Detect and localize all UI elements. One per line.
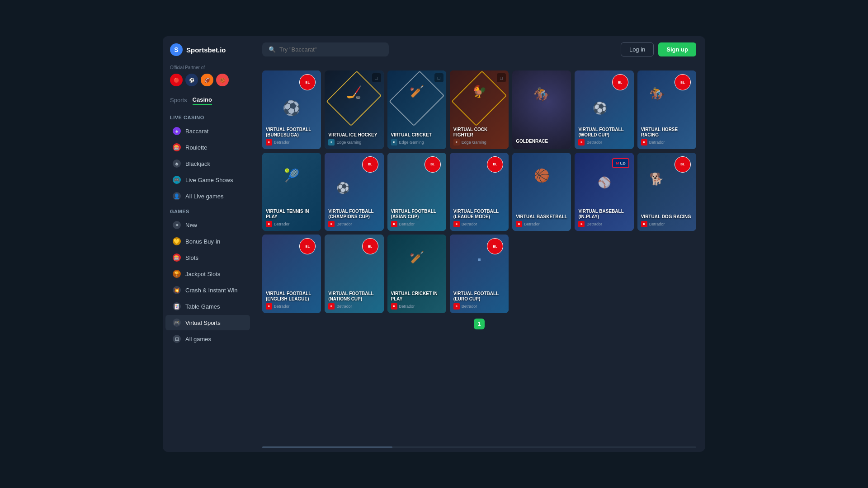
card-title: VIRTUAL FOOTBALL (WORLD CUP) <box>578 127 630 138</box>
game-card-virtual-tennis[interactable]: 🎾 VIRTUAL TENNIS IN PLAY B Betrador <box>262 153 321 231</box>
card-info: VIRTUAL CRICKET E Edge Gaming <box>391 132 443 145</box>
game-card-virtual-football-worldcup[interactable]: BL ⚽ VIRTUAL FOOTBALL (WORLD CUP) B Betr… <box>575 70 633 149</box>
game-card-virtual-horse-racing[interactable]: BL 🏇 VIRTUAL HORSE RACING B Betrador <box>637 70 696 149</box>
card-provider: B Betrador <box>328 303 380 310</box>
card-title: VIRTUAL DOG RACING <box>641 214 693 220</box>
signup-button[interactable]: Sign up <box>658 42 696 56</box>
provider-name: Betrador <box>336 304 352 309</box>
sidebar-item-roulette[interactable]: 🎰 Roulette <box>165 140 250 155</box>
card-info: VIRTUAL FOOTBALL (BUNDESLIGA) B Betrador <box>266 127 317 145</box>
card-provider: E Edge Gaming <box>391 139 443 145</box>
roulette-label: Roulette <box>185 144 207 151</box>
game-card-virtual-football-asian[interactable]: BL VIRTUAL FOOTBALL (ASIAN CUP) B Betrad… <box>387 153 446 231</box>
provider-name: Betrador <box>274 304 290 309</box>
card-provider: B Betrador <box>453 221 505 227</box>
provider-name: Betrador <box>649 222 665 226</box>
slots-label: Slots <box>185 254 198 261</box>
card-title: VIRTUAL HORSE RACING <box>641 127 693 138</box>
bonus-buy-label: Bonus Buy-in <box>185 238 220 245</box>
card-title: VIRTUAL FOOTBALL (ASIAN CUP) <box>391 209 443 220</box>
provider-logo: B <box>328 221 335 227</box>
provider-logo: B <box>578 221 585 227</box>
slots-icon: 🎰 <box>173 253 181 262</box>
card-info: VIRTUAL FOOTBALL (LEAGUE MODE) B Betrado… <box>453 209 505 227</box>
sidebar-item-blackjack[interactable]: ♣ Blackjack <box>165 156 250 171</box>
provider-logo: B <box>266 139 272 145</box>
card-provider: B Betrador <box>266 139 317 145</box>
card-provider: B Betrador <box>641 221 693 227</box>
card-info-area: VIRTUAL FOOTBALL (EURO CUP) B Betrador <box>450 235 509 313</box>
game-card-virtual-basketball[interactable]: 🏀 VIRTUAL BASKETBALL B Betrador <box>512 153 571 231</box>
page-dot-1[interactable]: 1 <box>474 319 485 329</box>
provider-logo: E <box>328 139 335 145</box>
provider-logo: B <box>578 139 585 145</box>
card-info-area: VIRTUAL FOOTBALL (LEAGUE MODE) B Betrado… <box>450 153 509 231</box>
game-card-virtual-football-euro[interactable]: BL VIRTUAL FOOTBALL (EURO CUP) B Betrado… <box>450 235 509 313</box>
provider-name: Betrador <box>462 304 477 309</box>
sidebar-item-live-game-shows[interactable]: 🎮 Live Game Shows <box>165 172 250 188</box>
card-info-area: GOLDENRACE <box>512 70 571 149</box>
crash-instant-label: Crash & Instant Win <box>185 287 238 294</box>
scrollbar-hint <box>262 446 696 448</box>
search-box[interactable]: 🔍 <box>262 42 389 56</box>
search-input[interactable] <box>279 46 382 53</box>
card-info-area: VIRTUAL COCK FIGHTER E Edge Gaming <box>450 70 509 149</box>
card-provider: B Betrador <box>391 221 443 227</box>
virtual-sports-label: Virtual Sports <box>185 319 221 326</box>
new-icon: ✦ <box>173 221 181 229</box>
blackjack-icon: ♣ <box>173 160 181 168</box>
sidebar-item-slots[interactable]: 🎰 Slots <box>165 250 250 265</box>
game-card-virtual-football-champions[interactable]: BL ⚽ VIRTUAL FOOTBALL (CHAMPIONS CUP) B … <box>325 153 383 231</box>
partner-label: Official Partner of <box>170 65 245 70</box>
card-provider: B Betrador <box>516 221 567 227</box>
card-title: VIRTUAL FOOTBALL (EURO CUP) <box>453 291 505 302</box>
sidebar-item-all-live-games[interactable]: 👤 All Live games <box>165 188 250 204</box>
grid-container: BL ⚽ VIRTUAL FOOTBALL (BUNDESLIGA) B Bet… <box>253 63 705 446</box>
card-info: VIRTUAL FOOTBALL (EURO CUP) B Betrador <box>453 291 505 310</box>
sidebar-item-jackpot-slots[interactable]: 🏆 Jackpot Slots <box>165 266 250 282</box>
main-content: 🔍 Log in Sign up BL ⚽ <box>253 36 705 452</box>
card-info: VIRTUAL COCK FIGHTER E Edge Gaming <box>453 127 505 145</box>
game-card-virtual-football-english[interactable]: BL VIRTUAL FOOTBALL (ENGLISH LEAGUE) B B… <box>262 235 321 313</box>
blackjack-label: Blackjack <box>185 160 210 167</box>
sidebar-item-new[interactable]: ✦ New <box>165 217 250 233</box>
game-card-virtual-baseball[interactable]: MLB ⚾ VIRTUAL BASEBALL (IN-PLAY) B Betra… <box>575 153 633 231</box>
page-indicator: 1 <box>262 313 696 335</box>
game-card-virtual-football-nations[interactable]: BL VIRTUAL FOOTBALL (NATIONS CUP) B Betr… <box>325 235 383 313</box>
sidebar-item-baccarat[interactable]: ♠ Baccarat <box>165 123 250 139</box>
game-card-virtual-cricket-play[interactable]: 🏏 VIRTUAL CRICKET IN PLAY B Betrador <box>387 235 446 313</box>
sidebar-item-table-games[interactable]: 🃏 Table Games <box>165 299 250 314</box>
provider-name: Betrador <box>462 222 477 226</box>
search-icon: 🔍 <box>269 46 276 53</box>
casino-toggle[interactable]: Casino <box>193 95 212 105</box>
game-card-virtual-cock-fighter[interactable]: 🐓 □ VIRTUAL COCK FIGHTER E Edge Gaming <box>450 70 509 149</box>
sidebar-item-bonus-buy[interactable]: 💛 Bonus Buy-in <box>165 234 250 249</box>
provider-name: Betrador <box>586 140 602 145</box>
game-card-virtual-cricket[interactable]: 🏏 □ VIRTUAL CRICKET E Edge Gaming <box>387 70 446 149</box>
login-button[interactable]: Log in <box>621 42 654 56</box>
card-info: VIRTUAL DOG RACING B Betrador <box>641 214 693 227</box>
sidebar-item-crash-instant[interactable]: 💥 Crash & Instant Win <box>165 282 250 298</box>
partner-logo-1: 🔴 <box>170 74 183 86</box>
sidebar-item-all-games[interactable]: ⊞ All games <box>165 331 250 347</box>
game-card-virtual-ice-hockey[interactable]: 🏒 □ VIRTUAL ICE HOCKEY E Edge Gaming <box>325 70 383 149</box>
provider-logo: E <box>391 139 397 145</box>
game-card-virtual-football-league[interactable]: BL VIRTUAL FOOTBALL (LEAGUE MODE) B Betr… <box>450 153 509 231</box>
table-games-icon: 🃏 <box>173 302 181 310</box>
game-card-virtual-football-bundesliga[interactable]: BL ⚽ VIRTUAL FOOTBALL (BUNDESLIGA) B Bet… <box>262 70 321 149</box>
sidebar-item-virtual-sports[interactable]: 🎮 Virtual Sports <box>165 315 250 330</box>
game-card-goldenrace[interactable]: 🏇 GOLDENRACE <box>512 70 571 149</box>
bonus-buy-icon: 💛 <box>173 237 181 245</box>
sports-toggle[interactable]: Sports <box>170 95 187 105</box>
jackpot-slots-label: Jackpot Slots <box>185 271 220 277</box>
provider-logo: B <box>266 221 272 227</box>
provider-name: Edge Gaming <box>399 140 424 145</box>
card-info-area: VIRTUAL BASKETBALL B Betrador <box>512 153 571 231</box>
provider-logo: B <box>516 221 522 227</box>
scrollbar-thumb <box>262 446 392 448</box>
provider-name: Edge Gaming <box>462 140 486 145</box>
game-card-virtual-dog-racing[interactable]: BL 🐕 VIRTUAL DOG RACING B Betrador <box>637 153 696 231</box>
baccarat-icon: ♠ <box>173 127 181 135</box>
card-info-area: VIRTUAL CRICKET E Edge Gaming <box>387 70 446 149</box>
card-title: VIRTUAL BASKETBALL <box>516 214 567 220</box>
